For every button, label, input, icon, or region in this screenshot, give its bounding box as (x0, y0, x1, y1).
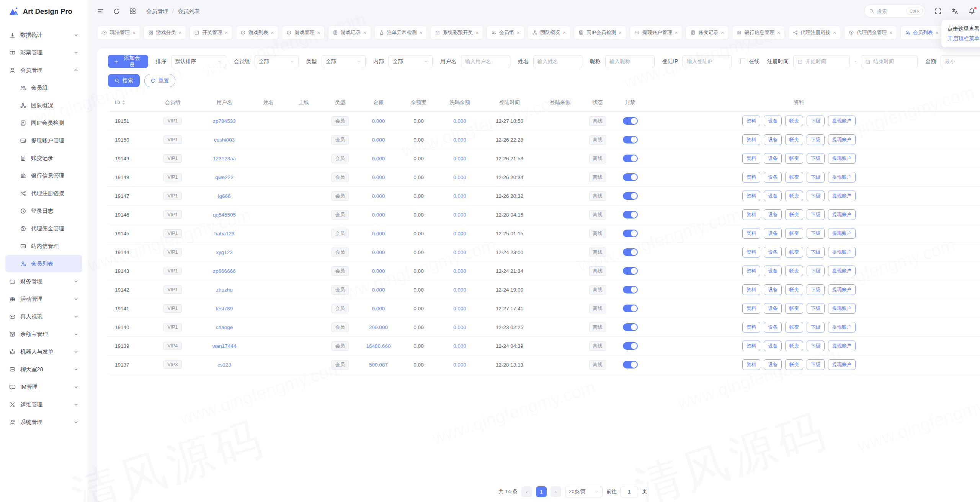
subordinates-button[interactable]: 下级 (807, 153, 825, 164)
tab-playmethod-mgmt[interactable]: 玩法管理× (97, 26, 140, 40)
wash-balance-link[interactable]: 0.000 (453, 193, 466, 199)
device-button[interactable]: 设备 (764, 153, 782, 164)
wash-balance-link[interactable]: 0.000 (453, 212, 466, 218)
pagination-prev-button[interactable]: ‹ (521, 486, 532, 497)
account-change-button[interactable]: 帐变 (785, 191, 803, 201)
username-link[interactable]: xyg123 (216, 249, 233, 255)
filter-input-username[interactable] (461, 55, 510, 68)
subordinates-button[interactable]: 下级 (807, 359, 825, 370)
ban-toggle[interactable] (623, 248, 638, 256)
register-start-date-picker[interactable]: 开始时间 (793, 55, 850, 68)
sidebar-item-member-mgmt[interactable]: 会员管理 (5, 61, 82, 79)
amount-link[interactable]: 16480.660 (366, 343, 391, 349)
profile-button[interactable]: 资料 (742, 172, 760, 183)
filter-input-login-ip[interactable] (683, 55, 732, 68)
username-link[interactable]: qq545505 (213, 212, 236, 218)
subordinates-button[interactable]: 下级 (807, 284, 825, 295)
withdraw-account-button[interactable]: 提现账户 (828, 134, 856, 145)
sidebar-item-ops-mgmt[interactable]: 运维管理 (5, 396, 82, 413)
name-input[interactable] (537, 59, 578, 64)
account-change-button[interactable]: 帐变 (785, 153, 803, 164)
profile-button[interactable]: 资料 (742, 191, 760, 201)
add-member-button[interactable]: 添加会员 (108, 55, 148, 68)
tab-game-records[interactable]: 游戏记录× (328, 26, 371, 40)
sidebar-item-member-group[interactable]: 会员组 (5, 79, 82, 96)
device-button[interactable]: 设备 (764, 247, 782, 258)
sidebar-item-im-mgmt[interactable]: IM管理 (5, 378, 82, 396)
notification-bell-icon[interactable] (968, 7, 976, 15)
filter-select-internal[interactable]: 全部 (389, 55, 433, 68)
fullscreen-icon[interactable] (934, 7, 942, 15)
tab-close-icon[interactable]: × (363, 30, 366, 35)
filter-select-member-group[interactable]: 全部 (255, 55, 299, 68)
tab-close-icon[interactable]: × (475, 30, 479, 35)
tab-team-overview[interactable]: 团队概况× (528, 26, 570, 40)
sidebar-item-robot-dispatch[interactable]: 机器人与发单 (5, 343, 82, 360)
tab-agent-register-link[interactable]: 代理注册链接× (788, 26, 841, 40)
device-button[interactable]: 设备 (764, 303, 782, 314)
account-change-button[interactable]: 帐变 (785, 284, 803, 295)
tab-close-icon[interactable]: × (317, 30, 320, 35)
wash-balance-link[interactable]: 0.000 (453, 343, 466, 349)
account-change-button[interactable]: 帐变 (785, 209, 803, 220)
account-change-button[interactable]: 帐变 (785, 303, 803, 314)
wash-balance-link[interactable]: 0.000 (453, 137, 466, 143)
tab-close-icon[interactable]: × (619, 30, 622, 35)
register-end-date-picker[interactable]: 结束时间 (861, 55, 918, 68)
column-header-0[interactable]: ID (108, 99, 148, 105)
device-button[interactable]: 设备 (764, 116, 782, 126)
global-search-input[interactable] (877, 8, 904, 14)
account-change-button[interactable]: 帐变 (785, 341, 803, 351)
wash-balance-link[interactable]: 0.000 (453, 156, 466, 161)
amount-link[interactable]: 0.000 (372, 118, 385, 124)
sidebar-item-agent-register-link[interactable]: 代理注册链接 (5, 184, 82, 202)
tab-game-category[interactable]: 游戏分类× (144, 26, 186, 40)
wash-balance-link[interactable]: 0.000 (453, 287, 466, 293)
amount-link[interactable]: 0.000 (372, 231, 385, 236)
wash-balance-link[interactable]: 0.000 (453, 118, 466, 124)
subordinates-button[interactable]: 下级 (807, 341, 825, 351)
account-change-button[interactable]: 帐变 (785, 172, 803, 183)
username-link[interactable]: 123123aa (213, 156, 236, 161)
amount-link[interactable]: 0.000 (372, 212, 385, 218)
withdraw-account-button[interactable]: 提现账户 (828, 209, 856, 220)
account-change-button[interactable]: 帐变 (785, 266, 803, 276)
sidebar-item-login-log[interactable]: 登录日志 (5, 202, 82, 220)
ban-toggle[interactable] (623, 211, 638, 218)
tab-close-icon[interactable]: × (777, 30, 780, 35)
apps-grid-icon[interactable] (129, 7, 136, 15)
subordinates-button[interactable]: 下级 (807, 116, 825, 126)
sort-carets-icon[interactable] (122, 100, 125, 105)
withdraw-account-button[interactable]: 提现账户 (828, 172, 856, 183)
profile-button[interactable]: 资料 (742, 153, 760, 164)
subordinates-button[interactable]: 下级 (807, 247, 825, 258)
subordinates-button[interactable]: 下级 (807, 134, 825, 145)
subordinates-button[interactable]: 下级 (807, 303, 825, 314)
tab-draw-mgmt[interactable]: 开奖管理× (189, 26, 232, 40)
tab-close-icon[interactable]: × (563, 30, 566, 35)
wash-balance-link[interactable]: 0.000 (453, 231, 466, 236)
tab-system-lottery-predraw[interactable]: 系统彩预开奖× (430, 26, 483, 40)
sidebar-item-yuebao-mgmt[interactable]: 余额宝管理 (5, 325, 82, 343)
profile-button[interactable]: 资料 (742, 284, 760, 295)
device-button[interactable]: 设备 (764, 209, 782, 220)
subordinates-button[interactable]: 下级 (807, 172, 825, 183)
amount-link[interactable]: 0.000 (372, 174, 385, 180)
withdraw-account-button[interactable]: 提现账户 (828, 247, 856, 258)
profile-button[interactable]: 资料 (742, 322, 760, 332)
profile-button[interactable]: 资料 (742, 341, 760, 351)
amount-link[interactable]: 500.087 (369, 362, 388, 368)
amount-link[interactable]: 0.000 (372, 156, 385, 161)
account-change-button[interactable]: 帐变 (785, 116, 803, 126)
filter-input-name[interactable] (533, 55, 583, 68)
sidebar-item-same-ip-check[interactable]: 同IP会员检测 (5, 114, 82, 132)
ban-toggle[interactable] (623, 286, 638, 293)
username-link[interactable]: chaoge (216, 324, 233, 330)
account-change-button[interactable]: 帐变 (785, 228, 803, 239)
wash-balance-link[interactable]: 0.000 (453, 174, 466, 180)
amount-link[interactable]: 0.000 (372, 249, 385, 255)
sidebar-item-lottery-mgmt[interactable]: 彩票管理 (5, 44, 82, 61)
tab-close-icon[interactable]: × (517, 30, 520, 35)
sidebar-item-account-change-log[interactable]: 账变记录 (5, 149, 82, 167)
app-logo[interactable]: Art Design Pro (0, 0, 88, 23)
